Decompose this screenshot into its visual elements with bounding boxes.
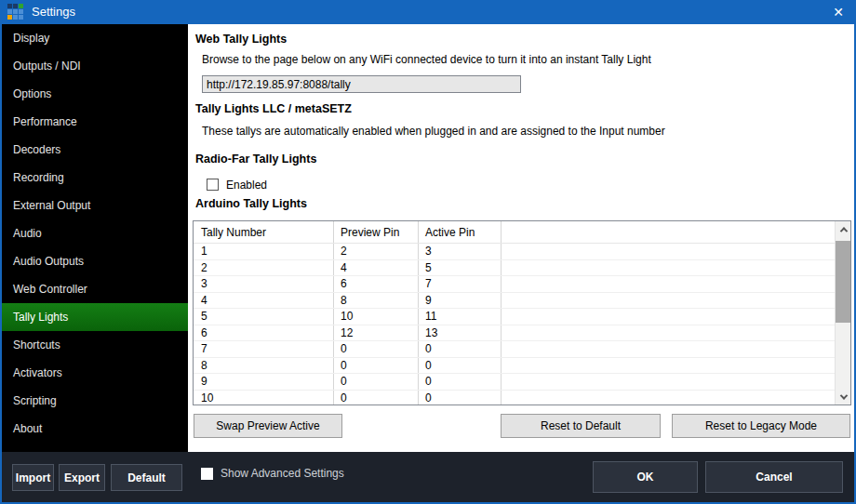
column-header: Preview Pin: [341, 221, 399, 243]
table-cell: 7: [425, 276, 432, 292]
scrollbar-up-button[interactable]: [836, 221, 851, 237]
web-tally-description: Browse to the page below on any WiFi con…: [202, 53, 651, 66]
swap-preview-active-button[interactable]: Swap Preview Active: [194, 414, 342, 438]
cancel-button[interactable]: Cancel: [705, 461, 843, 493]
show-advanced-settings-label: Show Advanced Settings: [221, 467, 344, 480]
table-header-row: Tally NumberPreview PinActive Pin: [194, 221, 850, 244]
show-advanced-settings-checkbox[interactable]: [201, 468, 213, 480]
sidebar-item-activators[interactable]: Activators: [2, 359, 188, 387]
sidebar-item-tally-lights[interactable]: Tally Lights: [2, 303, 188, 331]
export-button[interactable]: Export: [59, 464, 105, 491]
settings-sidebar: DisplayOutputs / NDIOptionsPerformanceDe…: [2, 24, 188, 452]
logo-square: [19, 9, 23, 14]
logo-square: [13, 9, 18, 14]
table-cell: 3: [201, 276, 207, 292]
web-tally-heading: Web Tally Lights: [195, 33, 287, 46]
reset-to-default-button[interactable]: Reset to Default: [501, 414, 661, 438]
logo-square: [7, 9, 12, 14]
sidebar-item-options[interactable]: Options: [2, 80, 188, 108]
settings-content: Web Tally Lights Browse to the page belo…: [188, 24, 854, 452]
table-row[interactable]: 367: [194, 276, 850, 293]
table-cell: 0: [341, 374, 347, 390]
table-row[interactable]: 1000: [194, 391, 850, 406]
logo-square: [19, 15, 23, 20]
reset-to-legacy-mode-button[interactable]: Reset to Legacy Mode: [672, 414, 850, 438]
column-header: Active Pin: [425, 221, 475, 243]
table-row[interactable]: 123: [194, 244, 850, 260]
tally-url-input[interactable]: [202, 75, 521, 93]
table-cell: 0: [425, 358, 432, 374]
table-cell: 11: [425, 309, 436, 325]
sidebar-item-audio-outputs[interactable]: Audio Outputs: [2, 247, 188, 275]
logo-square: [19, 4, 23, 8]
table-row[interactable]: 489: [194, 293, 850, 310]
enabled-checkbox[interactable]: [207, 179, 219, 191]
table-cell: 6: [341, 276, 347, 292]
table-cell: 0: [341, 358, 347, 374]
sidebar-item-web-controller[interactable]: Web Controller: [2, 275, 188, 303]
table-cell: 13: [425, 325, 437, 341]
table-cell: 0: [341, 341, 347, 357]
table-cell: 2: [341, 244, 347, 259]
footer-bar: Import Export Default Show Advanced Sett…: [2, 452, 854, 502]
table-cell: 10: [341, 309, 353, 325]
title-bar: Settings ✕: [0, 0, 856, 24]
close-icon[interactable]: ✕: [824, 0, 852, 24]
tally-llc-heading: Tally Lights LLC / metaSETZ: [195, 102, 352, 115]
scrollbar-down-button[interactable]: [836, 389, 851, 405]
table-cell: 3: [425, 244, 432, 259]
scrollbar-thumb[interactable]: [836, 241, 851, 323]
sidebar-item-recording[interactable]: Recording: [2, 164, 188, 192]
table-row[interactable]: 900: [194, 374, 850, 391]
sidebar-item-about[interactable]: About: [2, 415, 188, 443]
tally-llc-description: These tallys are automatically enabled w…: [202, 125, 665, 138]
table-cell: 0: [425, 341, 432, 357]
table-cell: 0: [341, 391, 347, 406]
import-button[interactable]: Import: [12, 464, 54, 491]
table-cell: 2: [201, 260, 207, 276]
table-cell: 9: [425, 293, 432, 309]
table-row[interactable]: 700: [194, 341, 850, 358]
table-row[interactable]: 61213: [194, 325, 850, 342]
sidebar-item-audio[interactable]: Audio: [2, 219, 188, 247]
sidebar-item-scripting[interactable]: Scripting: [2, 387, 188, 415]
logo-square: [13, 15, 18, 20]
table-cell: 12: [341, 325, 353, 341]
table-cell: 0: [425, 391, 432, 406]
table-row[interactable]: 51011: [194, 309, 850, 325]
vertical-scrollbar[interactable]: [835, 221, 850, 405]
logo-square: [7, 15, 12, 20]
table-row[interactable]: 245: [194, 260, 850, 277]
chevron-down-icon: [839, 391, 847, 399]
ok-button[interactable]: OK: [593, 461, 698, 493]
table-cell: 1: [201, 244, 207, 259]
sidebar-item-external-output[interactable]: External Output: [2, 192, 188, 219]
app-logo-icon: [7, 4, 23, 20]
settings-window: Settings ✕ DisplayOutputs / NDIOptionsPe…: [0, 0, 856, 504]
logo-square: [13, 4, 18, 8]
table-cell: 8: [341, 293, 347, 309]
table-row[interactable]: 800: [194, 358, 850, 375]
sidebar-item-display[interactable]: Display: [2, 24, 188, 52]
sidebar-item-shortcuts[interactable]: Shortcuts: [2, 331, 188, 359]
sidebar-item-decoders[interactable]: Decoders: [2, 136, 188, 164]
default-button[interactable]: Default: [111, 464, 182, 491]
logo-square: [7, 4, 12, 8]
column-header: Tally Number: [201, 221, 266, 243]
radio-far-heading: Radio-Far Tally Lights: [195, 153, 316, 166]
table-cell: 4: [201, 293, 207, 309]
arduino-heading: Arduino Tally Lights: [195, 197, 307, 210]
table-cell: 8: [201, 358, 207, 374]
table-cell: 9: [201, 374, 207, 390]
chevron-up-icon: [839, 227, 847, 234]
table-cell: 4: [341, 260, 347, 276]
arduino-tally-table: Tally NumberPreview PinActive Pin 123245…: [193, 220, 851, 405]
sidebar-item-outputs-ndi[interactable]: Outputs / NDI: [2, 52, 188, 80]
table-cell: 5: [425, 260, 432, 276]
enabled-checkbox-label: Enabled: [226, 179, 267, 192]
window-title: Settings: [32, 0, 75, 24]
table-cell: 6: [201, 325, 207, 341]
table-cell: 5: [201, 309, 207, 325]
table-cell: 0: [425, 374, 432, 390]
sidebar-item-performance[interactable]: Performance: [2, 108, 188, 136]
